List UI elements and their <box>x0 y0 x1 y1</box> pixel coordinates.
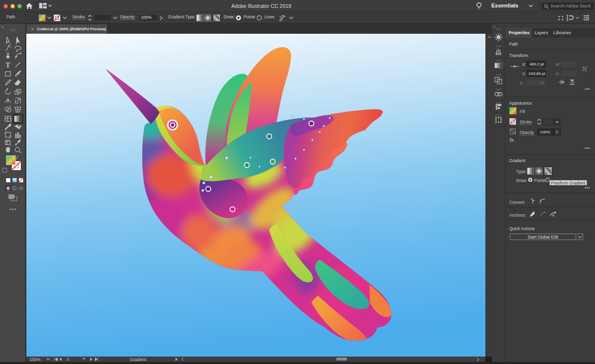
svg-text:2: 2 <box>67 358 69 361</box>
svg-text:T: T <box>5 61 10 69</box>
